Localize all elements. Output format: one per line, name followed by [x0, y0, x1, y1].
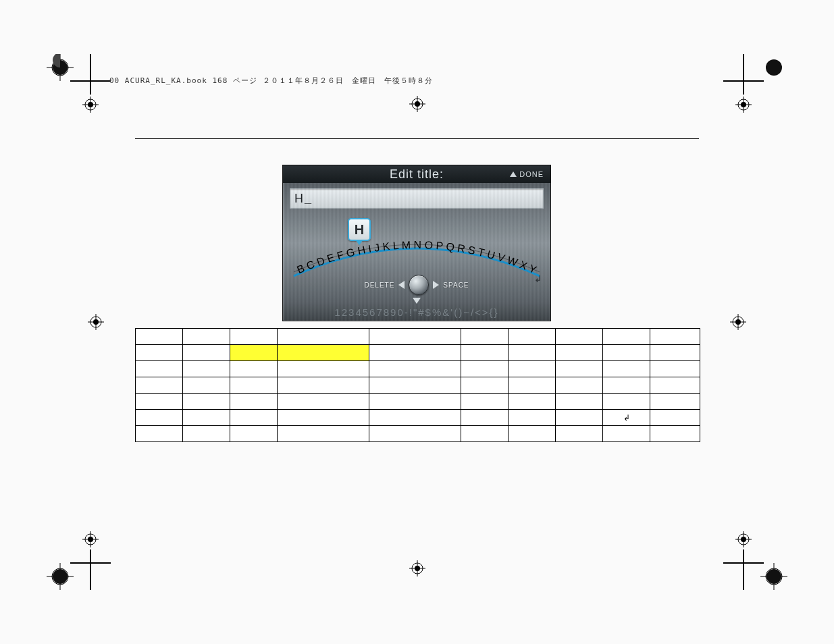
table-cell	[183, 426, 230, 442]
done-button[interactable]: DONE	[510, 165, 544, 183]
table-cell	[556, 426, 603, 442]
table-cell	[136, 394, 183, 410]
svg-point-30	[741, 537, 746, 542]
table-cell	[278, 410, 369, 426]
crop-mark-top-right	[723, 54, 787, 118]
table-cell	[230, 329, 278, 345]
table-cell	[369, 329, 461, 345]
svg-point-16	[741, 102, 746, 107]
table-cell	[136, 329, 183, 345]
crop-mark-right-center	[730, 314, 746, 330]
table-cell	[650, 426, 700, 442]
title-input-cursor: _	[305, 192, 312, 206]
table-cell	[556, 394, 603, 410]
table-cell	[278, 329, 369, 345]
screen-titlebar: Edit title: DONE	[283, 165, 550, 183]
table-cell	[136, 410, 183, 426]
table-cell	[650, 329, 700, 345]
table-cell	[230, 377, 278, 394]
svg-point-26	[53, 569, 68, 584]
crop-mark-top-center	[409, 96, 425, 112]
table-cell	[650, 410, 700, 426]
table-cell	[650, 345, 700, 361]
crop-mark-bottom-right	[723, 526, 787, 590]
table-cell	[183, 345, 230, 361]
table-cell	[509, 394, 556, 410]
table-cell	[556, 329, 603, 345]
table-cell	[369, 377, 461, 394]
title-input[interactable]: H_	[290, 188, 544, 209]
crop-mark-left-center	[88, 314, 104, 330]
table-cell	[461, 329, 509, 345]
table-cell	[650, 377, 700, 394]
table-cell	[369, 426, 461, 442]
table-cell	[603, 377, 650, 394]
done-up-icon	[510, 171, 517, 177]
table-cell	[369, 361, 461, 377]
table-cell	[509, 345, 556, 361]
done-label: DONE	[519, 165, 544, 183]
delete-label: DELETE	[364, 281, 394, 289]
table-cell	[603, 394, 650, 410]
table-cell	[278, 361, 369, 377]
table-cell	[509, 426, 556, 442]
enter-icon[interactable]: ↲	[534, 273, 542, 284]
table-cell	[230, 345, 278, 361]
table-cell	[650, 361, 700, 377]
svg-point-36	[766, 569, 781, 584]
header-rule	[135, 138, 699, 139]
svg-point-48	[93, 319, 99, 325]
table-cell	[278, 394, 369, 410]
table-cell	[461, 426, 509, 442]
table-cell	[603, 329, 650, 345]
table-cell	[461, 410, 509, 426]
svg-point-9	[88, 102, 93, 107]
table-cell	[183, 329, 230, 345]
dial-left-icon[interactable]	[398, 281, 405, 289]
table-cell	[509, 361, 556, 377]
table-cell	[603, 426, 650, 442]
crop-mark-bottom-center	[409, 560, 425, 576]
table-cell	[509, 410, 556, 426]
svg-point-20	[88, 537, 93, 542]
table-cell	[136, 361, 183, 377]
table-cell	[556, 377, 603, 394]
table-cell	[369, 345, 461, 361]
page-header-text: 00 ACURA_RL_KA.book 168 ページ ２０１１年８月２６日 金…	[109, 76, 433, 86]
table-cell	[136, 345, 183, 361]
dial-right-icon[interactable]	[433, 281, 439, 289]
symbol-row[interactable]: 1234567890-!"#$%&'()~/<>{}	[283, 306, 550, 318]
space-label: SPACE	[443, 281, 469, 289]
svg-point-40	[415, 101, 420, 107]
crop-mark-top-left	[47, 54, 111, 118]
screen-title: Edit title:	[390, 167, 444, 181]
table-cell	[369, 410, 461, 426]
table-cell	[183, 361, 230, 377]
table-cell	[278, 345, 369, 361]
table-cell	[509, 377, 556, 394]
table-cell	[650, 394, 700, 410]
svg-point-44	[415, 566, 420, 571]
table-cell	[509, 329, 556, 345]
table-cell	[556, 345, 603, 361]
dial-down-icon[interactable]	[413, 298, 421, 304]
table-cell	[603, 345, 650, 361]
table-cell	[230, 361, 278, 377]
svg-point-52	[735, 319, 741, 325]
dial-controls: DELETE SPACE	[283, 272, 550, 298]
table-cell	[230, 410, 278, 426]
table-cell	[461, 345, 509, 361]
table-cell	[461, 361, 509, 377]
table-cell	[230, 426, 278, 442]
table-cell	[183, 377, 230, 394]
table-cell	[136, 377, 183, 394]
dial-knob[interactable]	[409, 275, 429, 295]
table-cell	[461, 377, 509, 394]
alphabet-arc-text: A B C D E F G H I J K L M N O P Q R S T …	[282, 229, 541, 277]
table-cell: ↲	[603, 410, 650, 426]
table-cell	[230, 394, 278, 410]
table-cell	[369, 394, 461, 410]
svg-point-10	[766, 59, 782, 76]
edit-title-screen: Edit title: DONE H_ H A B C D E F G H I …	[282, 165, 551, 321]
table-cell	[461, 394, 509, 410]
